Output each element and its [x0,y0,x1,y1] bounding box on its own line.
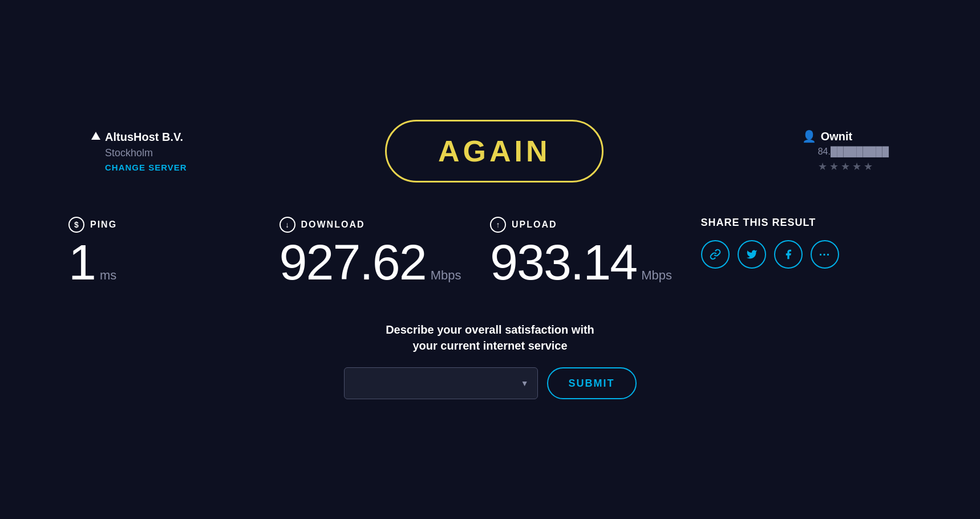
star-1: ★ [818,160,827,173]
stars: ★ ★ ★ ★ ★ [802,160,873,173]
ping-header: $ PING [68,217,280,233]
download-block: ↓ DOWNLOAD 927.62 Mbps [280,217,491,287]
download-unit: Mbps [431,268,461,283]
satisfaction-line1: Describe your overall satisfaction with [386,322,594,338]
download-label: DOWNLOAD [301,220,365,230]
star-4: ★ [852,160,861,173]
star-5: ★ [864,160,873,173]
ping-icon: $ [68,217,84,233]
ping-block: $ PING 1 ms [68,217,280,287]
select-wrapper: Very Satisfied Satisfied Neutral Unsatis… [344,367,538,399]
top-section: AltusHost B.V. Stockholm CHANGE SERVER A… [0,120,980,183]
stats-section: $ PING 1 ms ↓ DOWNLOAD 927.62 Mbps ↑ UPL [0,217,980,287]
download-value: 927.62 [280,237,426,287]
share-link-icon[interactable] [701,240,730,269]
user-icon: 👤 [802,129,816,143]
user-name: Ownit [821,130,853,143]
server-name-label: AltusHost B.V. [105,131,183,144]
upload-label: UPLOAD [512,220,557,230]
satisfaction-select[interactable]: Very Satisfied Satisfied Neutral Unsatis… [344,367,538,399]
star-3: ★ [841,160,850,173]
ping-value-row: 1 ms [68,237,280,287]
upload-header: ↑ UPLOAD [490,217,701,233]
download-icon: ↓ [280,217,295,233]
share-more-icon[interactable]: ··· [811,240,839,269]
server-info: AltusHost B.V. Stockholm CHANGE SERVER [91,131,187,172]
share-block: SHARE THIS RESULT [701,217,912,269]
upload-block: ↑ UPLOAD 933.14 Mbps [490,217,701,287]
server-location: Stockholm [91,147,187,159]
share-label: SHARE THIS RESULT [701,217,912,229]
download-value-row: 927.62 Mbps [280,237,491,287]
server-name-row: AltusHost B.V. [91,131,187,144]
satisfaction-controls: Very Satisfied Satisfied Neutral Unsatis… [344,367,637,399]
upload-unit: Mbps [641,268,672,283]
satisfaction-text: Describe your overall satisfaction with … [386,322,594,354]
again-label: AGAIN [438,134,551,168]
share-icons: ··· [701,240,912,269]
share-facebook-icon[interactable] [774,240,803,269]
download-header: ↓ DOWNLOAD [280,217,491,233]
user-ip: 84.█████████ [802,147,889,157]
satisfaction-section: Describe your overall satisfaction with … [344,322,637,399]
star-2: ★ [829,160,839,173]
user-info: 👤 Ownit 84.█████████ ★ ★ ★ ★ ★ [802,129,889,173]
upload-value: 933.14 [490,237,637,287]
server-diamond-icon [91,132,100,140]
share-twitter-icon[interactable] [738,240,766,269]
ping-unit: ms [100,268,116,283]
page-wrapper: AltusHost B.V. Stockholm CHANGE SERVER A… [0,0,980,519]
submit-button[interactable]: SUBMIT [547,367,637,399]
user-name-row: 👤 Ownit [802,129,853,143]
upload-icon: ↑ [490,217,506,233]
again-button[interactable]: AGAIN [385,120,604,183]
ping-value: 1 [68,237,95,287]
change-server-button[interactable]: CHANGE SERVER [91,163,187,172]
upload-value-row: 933.14 Mbps [490,237,701,287]
ping-label: PING [90,220,117,230]
satisfaction-line2: your current internet service [386,338,594,354]
